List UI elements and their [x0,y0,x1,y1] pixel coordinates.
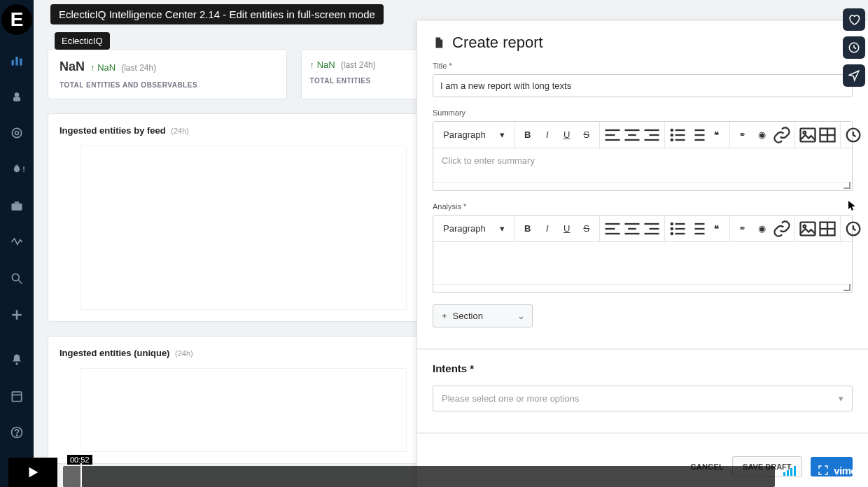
stat-label: TOTAL ENTITIES [310,77,407,85]
align-right-icon[interactable] [642,125,662,145]
link-icon[interactable] [772,125,792,145]
nav-robot-icon[interactable] [8,88,25,105]
table-icon[interactable] [818,125,837,145]
link-icon[interactable] [772,219,792,239]
panel-heading: Create report [452,34,543,52]
nav-activity-icon[interactable] [8,234,25,250]
settings-gear-icon[interactable] [800,464,813,477]
svg-point-54 [671,227,672,229]
resize-handle[interactable] [433,284,852,292]
video-progress-track[interactable] [63,466,775,487]
intents-select[interactable]: Please select one or more options ▾ [433,386,853,411]
nav-dashboard-icon[interactable] [8,52,25,69]
svg-rect-7 [12,204,22,211]
svg-line-10 [19,281,22,284]
svg-point-28 [671,129,672,130]
floating-action-column [843,8,865,87]
video-progress-marker[interactable] [80,463,82,487]
entity-icon[interactable]: ◉ [752,219,772,239]
quote-icon[interactable]: ❝ [707,125,727,145]
align-center-icon[interactable] [622,219,642,239]
svg-point-6 [15,132,19,135]
align-left-icon[interactable] [603,125,622,145]
rte-toolbar: Paragraph▾ B I U S ❝ ⚭ [433,122,852,148]
summary-body[interactable]: Click to enter summary [433,148,852,182]
bold-icon[interactable]: B [518,219,538,239]
title-input[interactable] [433,74,853,97]
nav-bell-icon[interactable] [8,351,25,368]
underline-icon[interactable]: U [557,125,577,145]
list-ol-icon[interactable] [687,219,707,239]
svg-rect-8 [15,202,20,204]
bold-icon[interactable]: B [518,125,538,145]
svg-point-3 [15,92,20,97]
quote-icon[interactable]: ❝ [707,219,727,239]
stat-trend: ↑ NaN [310,59,335,70]
resize-handle[interactable] [433,182,852,190]
nav-add-icon[interactable] [8,306,25,323]
chart-card-ingested-unique: Ingested entities (unique) (24h) [48,336,419,464]
svg-point-13 [15,362,18,365]
nav-help-icon[interactable] [8,424,25,441]
play-button[interactable] [8,458,57,487]
align-center-icon[interactable] [622,125,642,145]
table-icon[interactable] [818,219,837,239]
strike-icon[interactable]: S [577,219,596,239]
underline-icon[interactable]: U [557,219,577,239]
stat-card-total: NaN ↑ NaN (last 24h) TOTAL ENTITIES AND … [48,49,287,99]
fullscreen-icon[interactable] [817,464,830,477]
svg-point-5 [12,128,21,137]
list-ul-icon[interactable] [668,219,687,239]
image-icon[interactable] [798,219,818,239]
svg-point-32 [671,139,672,140]
vimeo-logo[interactable]: vimeo [834,465,862,477]
italic-icon[interactable]: I [538,125,557,145]
entity-icon[interactable]: ◉ [752,125,772,145]
svg-rect-37 [800,128,815,141]
analysis-label: Analysis * [433,202,853,211]
time-icon[interactable] [844,125,863,145]
nav-calendar-icon[interactable] [8,388,25,404]
image-icon[interactable] [798,125,818,145]
summary-label: Summary [433,108,853,117]
volume-bars-icon[interactable] [783,465,796,476]
clock-icon[interactable] [843,36,865,59]
nav-search-icon[interactable] [8,270,25,287]
time-icon[interactable] [844,219,863,239]
rte-style-select[interactable]: Paragraph▾ [436,122,512,148]
strike-icon[interactable]: S [577,125,596,145]
align-right-icon[interactable] [642,219,662,239]
chart-body [80,368,407,452]
align-left-icon[interactable] [603,219,622,239]
svg-rect-0 [12,60,14,66]
add-section-button[interactable]: + Section ⌄ [433,304,533,327]
stat-label: TOTAL ENTITIES AND OBSERVABLES [59,81,275,89]
list-ol-icon[interactable] [687,125,707,145]
share-icon[interactable] [843,64,865,87]
brand-logo: E [1,4,32,35]
svg-rect-61 [800,222,815,235]
rte-style-select[interactable]: Paragraph▾ [436,216,512,241]
chevron-down-icon: ⌄ [517,311,525,321]
link-chain-icon[interactable]: ⚭ [733,125,752,145]
analysis-body[interactable] [433,242,852,284]
nav-fire-icon[interactable]: ! [8,161,25,178]
stat-trend: ↑ NaN [90,62,115,73]
chevron-down-icon[interactable]: ▾ [863,125,868,145]
italic-icon[interactable]: I [538,219,557,239]
link-chain-icon[interactable]: ⚭ [733,219,752,239]
chevron-down-icon[interactable]: ▾ [863,219,868,239]
divider [417,432,868,434]
svg-point-56 [671,232,672,234]
chart-body [80,146,407,310]
nav-briefcase-icon[interactable] [8,197,25,214]
video-brand-pill: EclecticIQ [55,32,110,50]
title-label: Title * [433,62,853,70]
like-icon[interactable] [843,8,865,31]
nav-target-icon[interactable] [8,125,25,141]
chart-subtitle: (24h) [171,127,189,135]
chart-title: Ingested entities by feed [59,125,166,136]
summary-editor: Paragraph▾ B I U S ❝ ⚭ [433,121,853,191]
list-ul-icon[interactable] [668,125,687,145]
intents-heading: Intents * [417,362,868,383]
